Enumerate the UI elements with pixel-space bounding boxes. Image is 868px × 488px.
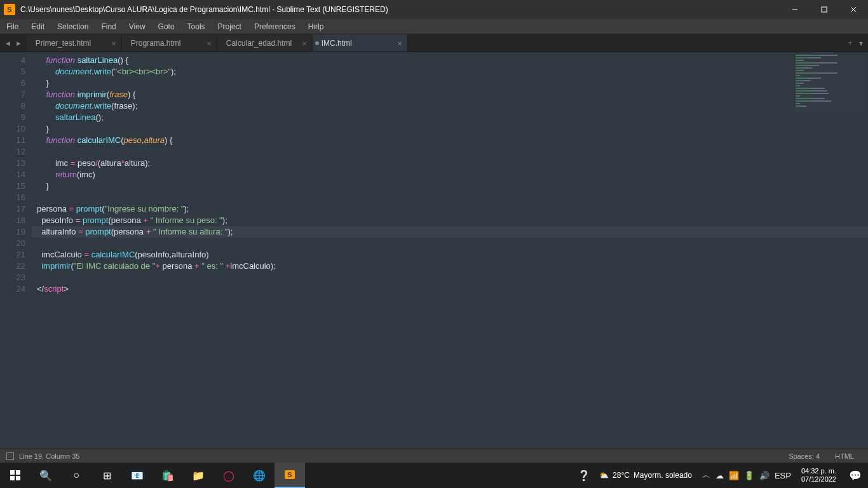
tab-close-icon[interactable]: ×	[111, 38, 116, 48]
code-line[interactable]: }	[37, 180, 868, 192]
line-number: 8	[0, 100, 25, 112]
code-line[interactable]: function imprimir(frase) {	[37, 89, 868, 100]
search-icon[interactable]: 🔍	[31, 463, 61, 488]
onedrive-tray-icon[interactable]: ☁	[715, 471, 724, 480]
menu-selection[interactable]: Selection	[51, 19, 95, 34]
line-number: 5	[0, 66, 25, 78]
line-number: 7	[0, 89, 25, 100]
minimize-button[interactable]	[780, 0, 810, 19]
menu-help[interactable]: Help	[302, 19, 330, 34]
help-tray-icon[interactable]: ❔	[575, 463, 593, 488]
tab-close-icon[interactable]: ×	[302, 38, 307, 48]
status-panel-icon[interactable]	[6, 452, 14, 460]
tab-nav-back-icon[interactable]: ◄	[3, 39, 13, 47]
menu-file[interactable]: File	[0, 19, 25, 34]
line-number: 12	[0, 146, 25, 158]
volume-tray-icon[interactable]: 🔊	[759, 471, 770, 480]
tab-calcular_edad-html[interactable]: Calcular_edad.html×	[217, 34, 313, 51]
line-number: 6	[0, 78, 25, 89]
menu-goto[interactable]: Goto	[152, 19, 181, 34]
line-number: 13	[0, 158, 25, 169]
code-line[interactable]: }	[37, 123, 868, 135]
edge-app-icon[interactable]: 🌐	[244, 463, 275, 488]
svg-rect-5	[16, 470, 20, 475]
sublime-app-icon[interactable]: S	[275, 463, 305, 488]
code-line[interactable]: document.write("<br><br><br>");	[37, 66, 868, 78]
code-line[interactable]: return(imc)	[37, 169, 868, 180]
tab-primer_test-html[interactable]: Primer_test.html×	[27, 34, 122, 51]
code-line[interactable]: saltarLinea();	[37, 112, 868, 123]
menu-view[interactable]: View	[123, 19, 152, 34]
notifications-icon[interactable]: 💬	[843, 463, 868, 488]
line-number: 15	[0, 180, 25, 192]
code-line[interactable]: imcCalculo = calcularIMC(pesoInfo,altura…	[37, 249, 868, 261]
app-icon: S	[4, 4, 15, 15]
mail-app-icon[interactable]: 📧	[122, 463, 153, 488]
code-line[interactable]: alturaInfo = prompt(persona + " Informe …	[37, 226, 868, 238]
line-number: 10	[0, 123, 25, 135]
code-line[interactable]: }	[37, 78, 868, 89]
wifi-tray-icon[interactable]: 📶	[729, 471, 739, 480]
menu-tools[interactable]: Tools	[181, 19, 212, 34]
code-line[interactable]: pesoInfo = prompt(persona + " Informe su…	[37, 215, 868, 226]
menu-preferences[interactable]: Preferences	[248, 19, 302, 34]
svg-rect-7	[16, 476, 20, 480]
maximize-button[interactable]	[810, 0, 839, 19]
tab-label: Calcular_edad.html	[226, 39, 292, 48]
code-line[interactable]	[37, 146, 868, 158]
code-line[interactable]: imprimir("El IMC calculado de "+ persona…	[37, 261, 868, 272]
code-line[interactable]	[37, 238, 868, 249]
tab-close-icon[interactable]: ×	[207, 38, 212, 48]
status-cursor-position: Line 19, Column 35	[19, 452, 79, 460]
close-button[interactable]	[839, 0, 868, 19]
status-indent[interactable]: Spaces: 4	[781, 452, 827, 460]
tab-close-icon[interactable]: ×	[397, 38, 402, 48]
tab-bar: ◄ ► Primer_test.html×Programa.html×Calcu…	[0, 34, 868, 52]
explorer-app-icon[interactable]: 📁	[183, 463, 214, 488]
clock-time: 04:32 p. m.	[801, 467, 836, 475]
weather-text: Mayorm. soleado	[634, 471, 692, 480]
language-indicator[interactable]: ESP	[775, 471, 791, 480]
line-number: 19	[0, 226, 25, 238]
line-number: 21	[0, 249, 25, 261]
tab-nav-forward-icon[interactable]: ►	[13, 39, 24, 47]
tab-programa-html[interactable]: Programa.html×	[122, 34, 217, 51]
menu-find[interactable]: Find	[95, 19, 122, 34]
task-view-icon[interactable]: ⊞	[92, 463, 122, 488]
line-number: 20	[0, 238, 25, 249]
editor-area[interactable]: 456789101112131415161718192021222324 fun…	[0, 52, 868, 449]
line-number-gutter: 456789101112131415161718192021222324	[0, 52, 32, 449]
tab-label: Programa.html	[131, 39, 181, 48]
tab-menu-icon[interactable]: ▾	[859, 39, 863, 48]
weather-widget[interactable]: ⛅ 28°C Mayorm. soleado	[593, 471, 698, 480]
code-line[interactable]: function saltarLinea() {	[37, 55, 868, 66]
window-title: C:\Users\nunes\Desktop\Curso ALURA\Logic…	[19, 5, 780, 14]
code-line[interactable]: imc = peso/(altura*altura);	[37, 158, 868, 169]
code-line[interactable]	[37, 272, 868, 283]
start-button[interactable]	[0, 463, 31, 488]
code-line[interactable]: </script>	[37, 283, 868, 295]
line-number: 16	[0, 192, 25, 203]
opera-app-icon[interactable]: ◯	[214, 463, 244, 488]
battery-tray-icon[interactable]: 🔋	[744, 471, 754, 480]
code-line[interactable]	[37, 192, 868, 203]
tray-chevron-icon[interactable]: ︿	[702, 470, 710, 481]
new-tab-icon[interactable]: ＋	[846, 37, 854, 48]
cortana-icon[interactable]: ○	[61, 463, 92, 488]
line-number: 14	[0, 169, 25, 180]
tab-nav: ◄ ►	[0, 34, 27, 51]
menu-edit[interactable]: Edit	[25, 19, 51, 34]
tab-imc-html[interactable]: IMC.html×	[313, 34, 408, 51]
menu-bar: FileEditSelectionFindViewGotoToolsProjec…	[0, 19, 868, 34]
code-line[interactable]: document.write(frase);	[37, 100, 868, 112]
code-editor[interactable]: function saltarLinea() { document.write(…	[32, 52, 868, 449]
menu-project[interactable]: Project	[212, 19, 248, 34]
code-line[interactable]: function calcularIMC(peso,altura) {	[37, 135, 868, 146]
code-line[interactable]: persona = prompt("Ingrese su nombre: ");	[37, 203, 868, 215]
line-number: 9	[0, 112, 25, 123]
taskbar-clock[interactable]: 04:32 p. m. 07/12/2022	[795, 467, 843, 484]
windows-taskbar: 🔍 ○ ⊞ 📧 🛍️ 📁 ◯ 🌐 S ❔ ⛅ 28°C Mayorm. sole…	[0, 463, 868, 488]
line-number: 18	[0, 215, 25, 226]
store-app-icon[interactable]: 🛍️	[153, 463, 183, 488]
status-syntax[interactable]: HTML	[827, 452, 862, 460]
